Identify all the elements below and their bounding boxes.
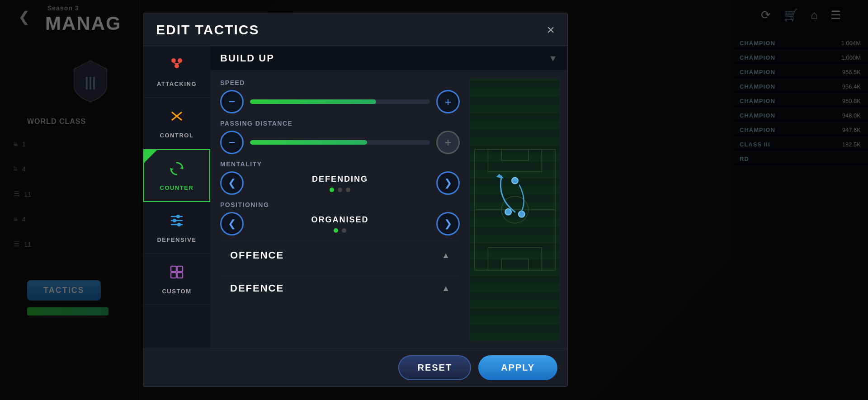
svg-rect-16 (171, 266, 176, 272)
svg-marker-30 (496, 174, 504, 179)
content-area: SPEED − + PASSING DISTANCE (210, 71, 567, 348)
active-indicator (144, 150, 157, 163)
offence-accordion[interactable]: OFFENCE ▲ (220, 242, 460, 268)
svg-line-5 (177, 63, 180, 64)
speed-slider-fill (250, 99, 376, 104)
build-up-label: BUILD UP (220, 52, 274, 64)
field-svg (470, 79, 560, 341)
svg-rect-18 (171, 273, 176, 278)
mentality-section: MENTALITY ❮ DEFENDING (220, 160, 460, 195)
speed-plus-button[interactable]: + (436, 90, 460, 113)
svg-point-27 (512, 178, 518, 184)
positioning-right-button[interactable]: ❯ (436, 212, 460, 235)
mentality-value: DEFENDING (312, 174, 368, 184)
counter-icon (168, 160, 185, 181)
mentality-dot-3 (346, 188, 350, 192)
passing-minus-button[interactable]: − (220, 131, 244, 154)
modal-main-content: BUILD UP ▼ SPEED − + (210, 46, 567, 348)
defence-accordion[interactable]: DEFENCE ▲ (220, 275, 460, 301)
nav-item-counter[interactable]: COUNTER (143, 149, 210, 202)
positioning-value-box: ORGANISED (244, 215, 436, 233)
nav-label-attacking: ATTACKING (157, 80, 197, 87)
positioning-dot-1 (334, 228, 338, 233)
svg-point-28 (505, 209, 511, 215)
modal-header: EDIT TACTICS × (143, 13, 567, 46)
svg-rect-26 (501, 259, 528, 270)
nav-item-control[interactable]: CONTROL (143, 98, 210, 149)
passing-slider-track[interactable] (250, 140, 430, 145)
control-icon (168, 108, 185, 128)
field-preview (470, 78, 560, 341)
mentality-value-box: DEFENDING (244, 174, 436, 192)
positioning-value: ORGANISED (311, 215, 368, 225)
dropdown-arrow-icon: ▼ (548, 53, 557, 64)
svg-point-13 (173, 219, 176, 222)
speed-slider-track[interactable] (250, 99, 430, 104)
attacking-icon (168, 56, 185, 77)
svg-point-15 (177, 223, 181, 226)
apply-button[interactable]: APPLY (478, 355, 557, 380)
nav-label-control: CONTROL (160, 132, 194, 139)
speed-minus-button[interactable]: − (220, 90, 244, 113)
svg-point-11 (176, 215, 180, 218)
offence-label: OFFENCE (230, 249, 284, 261)
svg-line-4 (174, 63, 177, 64)
modal-footer: RESET APPLY (143, 348, 567, 386)
passing-plus-button[interactable]: + (436, 131, 460, 154)
build-up-dropdown[interactable]: BUILD UP ▼ (210, 46, 567, 71)
nav-label-custom: CUSTOM (162, 288, 191, 295)
passing-distance-label: PASSING DISTANCE (220, 120, 460, 127)
mentality-right-button[interactable]: ❯ (436, 171, 460, 195)
svg-marker-9 (171, 169, 174, 171)
svg-point-2 (178, 58, 182, 63)
positioning-left-button[interactable]: ❮ (220, 212, 244, 235)
positioning-dot-2 (342, 228, 346, 233)
passing-slider-row: − + (220, 131, 460, 154)
mentality-label: MENTALITY (220, 160, 460, 168)
speed-section: SPEED − + (220, 79, 460, 113)
nav-label-defensive: DEFENSIVE (157, 236, 196, 243)
offence-arrow-icon: ▲ (442, 251, 450, 260)
mentality-dots (330, 188, 350, 192)
passing-distance-section: PASSING DISTANCE − + (220, 120, 460, 154)
speed-label: SPEED (220, 79, 460, 86)
custom-icon (168, 264, 185, 284)
modal-body: ATTACKING CONTROL (143, 46, 567, 348)
speed-slider-row: − + (220, 90, 460, 113)
defensive-icon (168, 212, 185, 233)
nav-item-attacking[interactable]: ATTACKING (143, 46, 210, 98)
passing-slider-fill (250, 140, 367, 145)
close-button[interactable]: × (547, 23, 555, 37)
svg-point-3 (175, 64, 179, 68)
mentality-dot-2 (338, 188, 342, 192)
field-surface (470, 79, 560, 341)
positioning-section: POSITIONING ❮ ORGANISED ❯ (220, 201, 460, 235)
edit-tactics-modal: EDIT TACTICS × ATTACKING (143, 13, 568, 387)
sliders-panel: SPEED − + PASSING DISTANCE (210, 71, 470, 348)
tactic-nav: ATTACKING CONTROL (143, 46, 210, 348)
positioning-label: POSITIONING (220, 201, 460, 208)
mentality-dot-1 (330, 188, 334, 192)
mentality-left-button[interactable]: ❮ (220, 171, 244, 195)
svg-rect-17 (177, 266, 183, 272)
svg-point-1 (171, 58, 176, 63)
nav-item-custom[interactable]: CUSTOM (143, 254, 210, 305)
reset-button[interactable]: RESET (398, 355, 471, 380)
nav-label-counter: COUNTER (160, 184, 194, 191)
positioning-selector-row: ❮ ORGANISED ❯ (220, 212, 460, 235)
modal-title: EDIT TACTICS (156, 22, 259, 38)
svg-rect-24 (501, 149, 528, 160)
defence-arrow-icon: ▲ (442, 284, 450, 293)
positioning-dots (334, 228, 346, 233)
defence-label: DEFENCE (230, 282, 284, 294)
nav-item-defensive[interactable]: DEFENSIVE (143, 202, 210, 254)
svg-rect-19 (177, 273, 183, 278)
mentality-selector-row: ❮ DEFENDING ❯ (220, 171, 460, 195)
svg-marker-8 (180, 166, 183, 169)
